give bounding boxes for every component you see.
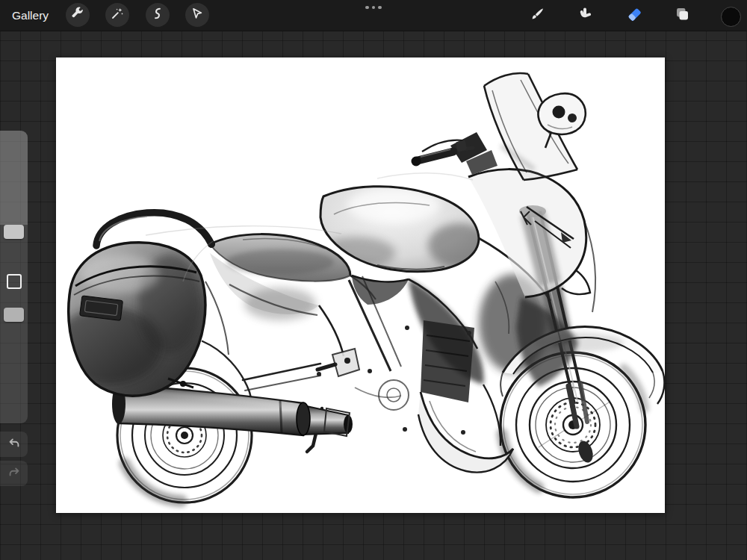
sketch-fuel-tank	[317, 187, 491, 305]
smudge-finger-icon	[577, 5, 595, 26]
paint-tool-button[interactable]	[525, 4, 549, 28]
procreate-app: Gallery	[0, 0, 747, 560]
canvas-options-button[interactable]	[364, 3, 383, 12]
brush-size-handle[interactable]	[4, 225, 24, 239]
brush-icon	[528, 5, 546, 26]
color-swatch-icon	[721, 7, 741, 27]
top-toolbar: Gallery	[0, 0, 747, 31]
redo-button[interactable]	[0, 461, 28, 486]
drawing-canvas[interactable]	[56, 57, 665, 513]
magic-wand-icon	[110, 6, 125, 24]
sidebar-sliders[interactable]	[0, 131, 28, 423]
ellipsis-icon	[365, 6, 369, 10]
opacity-handle[interactable]	[4, 308, 24, 322]
actions-button[interactable]	[66, 3, 90, 27]
transform-arrow-icon	[190, 6, 205, 24]
layers-button[interactable]	[670, 4, 694, 28]
brush-size-slider[interactable]	[0, 131, 28, 225]
transform-button[interactable]	[185, 3, 209, 27]
undo-arrow-icon	[7, 435, 22, 453]
undo-button[interactable]	[0, 432, 28, 457]
redo-arrow-icon	[7, 464, 22, 482]
modify-button[interactable]	[7, 274, 22, 289]
gallery-button[interactable]: Gallery	[12, 0, 49, 31]
wrench-icon	[70, 6, 85, 24]
selection-button[interactable]	[146, 3, 170, 27]
layers-icon	[673, 5, 691, 26]
sketch-front-wheel	[500, 352, 645, 497]
sketch-windscreen	[450, 73, 586, 180]
sketch-pannier	[56, 243, 205, 396]
motorcycle-sketch[interactable]	[56, 57, 665, 513]
erase-tool-button[interactable]	[622, 4, 646, 28]
eraser-icon	[625, 5, 644, 27]
smudge-tool-button[interactable]	[574, 4, 598, 28]
color-button[interactable]	[719, 4, 743, 28]
adjustments-button[interactable]	[105, 3, 129, 27]
selection-ribbon-icon	[150, 6, 165, 24]
